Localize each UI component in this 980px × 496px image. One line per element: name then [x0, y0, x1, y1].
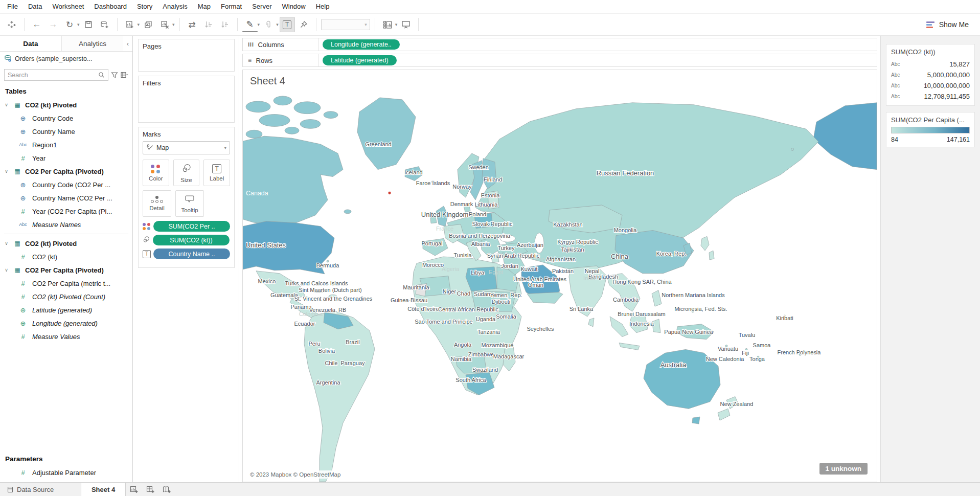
marks-pill-sum-co2-kt[interactable]: SUM(CO2 (kt)): [153, 235, 230, 245]
menu-format[interactable]: Format: [216, 0, 247, 13]
field-latitude-generated[interactable]: ⊕Latitude (generated): [0, 303, 132, 317]
size-legend-entry[interactable]: Abc15,827: [891, 59, 970, 70]
menu-map[interactable]: Map: [193, 0, 216, 13]
color-legend-card[interactable]: SUM(CO2 Per Capita (... 84 147,161: [886, 112, 975, 147]
back-button[interactable]: ←: [29, 17, 44, 32]
menu-data[interactable]: Data: [23, 0, 47, 13]
marks-pill-country-name[interactable]: Country Name ..: [153, 249, 230, 259]
chevron-down-icon[interactable]: ∨: [3, 241, 10, 246]
show-mark-labels-button[interactable]: T: [280, 17, 295, 32]
color-button[interactable]: Color: [143, 160, 169, 186]
highlight-button[interactable]: ✎: [242, 17, 258, 32]
tab-analytics[interactable]: Analytics: [61, 36, 123, 51]
field-country-name[interactable]: ⊕Country Name: [0, 125, 132, 138]
fit-dropdown[interactable]: ▾: [321, 19, 370, 30]
rows-pill-latitude[interactable]: Latitude (generated): [323, 55, 397, 65]
columns-pill-longitude[interactable]: Longitude (generate..: [323, 39, 400, 50]
new-story-tab-button[interactable]: [158, 483, 175, 496]
table-co2-per-capita-pivoted[interactable]: ∨▦CO2 Per Capita (Pivoted): [0, 263, 132, 277]
marks-pill-sum-co2-per[interactable]: SUM(CO2 Per ..: [153, 221, 230, 232]
menu-analysis[interactable]: Analysis: [157, 0, 192, 13]
columns-shelf[interactable]: iii Columns Longitude (generate..: [242, 38, 877, 51]
redo-button[interactable]: ↻: [62, 17, 77, 32]
forward-button[interactable]: →: [45, 17, 61, 32]
field-country-code-co2-per[interactable]: ⊕Country Code (CO2 Per ...: [0, 178, 132, 191]
menu-window[interactable]: Window: [277, 0, 310, 13]
size-legend-entry[interactable]: Abc5,000,000,000: [891, 70, 970, 80]
detail-button[interactable]: Detail: [143, 190, 171, 217]
tooltip-button[interactable]: Tooltip: [175, 190, 204, 217]
search-field[interactable]: [8, 72, 98, 79]
filters-shelf[interactable]: Filters: [138, 76, 235, 123]
duplicate-button[interactable]: [141, 17, 156, 32]
field-co2-kt[interactable]: #CO2 (kt): [0, 250, 132, 263]
mark-type-dropdown-icon[interactable]: ▾: [224, 145, 226, 150]
highlight-dropdown-icon[interactable]: ▾: [258, 22, 260, 27]
new-worksheet-button[interactable]: [122, 17, 138, 32]
menu-file[interactable]: File: [2, 0, 23, 13]
field-country-name-co2-per[interactable]: ⊕Country Name (CO2 Per ...: [0, 191, 132, 205]
unknown-indicator-badge[interactable]: 1 unknown: [819, 463, 868, 475]
attach-dropdown-icon[interactable]: ▾: [276, 22, 279, 27]
new-sheet-dropdown-icon[interactable]: ▾: [138, 22, 140, 27]
size-legend-card[interactable]: SUM(CO2 (kt)) Abc15,827Abc5,000,000,000A…: [886, 44, 975, 106]
field-measure-values[interactable]: #Measure Values: [0, 330, 132, 343]
search-input[interactable]: [4, 69, 108, 81]
menu-dashboard[interactable]: Dashboard: [89, 0, 132, 13]
unknown-location-mark[interactable]: [388, 191, 391, 194]
clear-sheet-button[interactable]: [157, 17, 172, 32]
show-hide-cards-button[interactable]: [380, 17, 395, 32]
presentation-mode-button[interactable]: [398, 17, 414, 32]
new-dashboard-tab-button[interactable]: [142, 483, 158, 496]
map-view[interactable]: Sheet 4: [242, 70, 877, 482]
table-co2-per-capita-pivoted[interactable]: ∨▦CO2 Per Capita (Pivoted): [0, 165, 132, 178]
label-button[interactable]: T Label: [203, 160, 230, 186]
clear-dropdown-icon[interactable]: ▾: [172, 22, 175, 27]
field-longitude-generated[interactable]: ⊕Longitude (generated): [0, 317, 132, 330]
field-region1[interactable]: AbcRegion1: [0, 138, 132, 151]
color-gradient-bar[interactable]: [891, 127, 970, 133]
field-co2-per-capita-metric-t[interactable]: #CO2 Per Capita (metric t...: [0, 277, 132, 290]
mark-type-dropdown[interactable]: Map ▾: [143, 141, 230, 154]
sort-descending-button[interactable]: [217, 17, 233, 32]
tab-data-source[interactable]: Data Source: [0, 483, 81, 496]
chevron-down-icon[interactable]: ∨: [3, 169, 10, 174]
field-year[interactable]: #Year: [0, 151, 132, 165]
show-me-button[interactable]: Show Me: [919, 17, 976, 32]
table-co2-kt-pivoted[interactable]: ∨▦CO2 (kt) Pivoted: [0, 237, 132, 250]
swap-rows-columns-button[interactable]: ⇄: [185, 17, 200, 32]
menu-server[interactable]: Server: [247, 0, 277, 13]
rows-shelf[interactable]: ≡ Rows Latitude (generated): [242, 54, 877, 67]
world-map[interactable]: GreenlandIcelandFaroe IslandsCanadaSwede…: [243, 93, 877, 482]
sort-ascending-button[interactable]: [201, 17, 216, 32]
field-co2-kt-pivoted-count[interactable]: #CO2 (kt) Pivoted (Count): [0, 290, 132, 303]
fix-axes-pin-button[interactable]: [296, 17, 311, 32]
view-options-icon[interactable]: [121, 72, 128, 78]
new-worksheet-tab-button[interactable]: [126, 483, 142, 496]
new-data-source-button[interactable]: [97, 17, 112, 32]
map-attribution[interactable]: © 2023 Mapbox © OpenStreetMap: [247, 470, 344, 479]
cards-dropdown-icon[interactable]: ▾: [395, 22, 398, 27]
attach-button[interactable]: [261, 17, 276, 32]
menu-story[interactable]: Story: [132, 0, 157, 13]
menu-help[interactable]: Help: [311, 0, 335, 13]
data-source-connection[interactable]: Orders (sample_supersto...: [0, 52, 132, 65]
tab-sheet-4[interactable]: Sheet 4: [81, 483, 126, 496]
field-year-co2-per-capita-pi[interactable]: #Year (CO2 Per Capita (Pi...: [0, 205, 132, 218]
filter-fields-icon[interactable]: [111, 72, 118, 78]
size-button[interactable]: Label Size: [173, 160, 200, 186]
size-legend-entry[interactable]: Abc12,708,911,455: [891, 91, 970, 102]
redo-dropdown-icon[interactable]: ▾: [77, 22, 80, 27]
field-country-code[interactable]: ⊕Country Code: [0, 111, 132, 125]
chevron-down-icon[interactable]: ∨: [3, 267, 10, 273]
pages-shelf[interactable]: Pages: [138, 39, 235, 72]
table-co2-kt-pivoted[interactable]: ∨▦CO2 (kt) Pivoted: [0, 98, 132, 111]
save-button[interactable]: [81, 17, 96, 32]
tab-data[interactable]: Data: [0, 36, 61, 51]
field-adjustable-parameter[interactable]: #Adjustable Parameter: [0, 466, 132, 479]
size-legend-entry[interactable]: Abc10,000,000,000: [891, 80, 970, 91]
field-measure-names[interactable]: AbcMeasure Names: [0, 218, 132, 231]
collapse-pane-icon[interactable]: ‹: [123, 36, 132, 51]
chevron-down-icon[interactable]: ∨: [3, 102, 10, 107]
menu-worksheet[interactable]: Worksheet: [47, 0, 89, 13]
